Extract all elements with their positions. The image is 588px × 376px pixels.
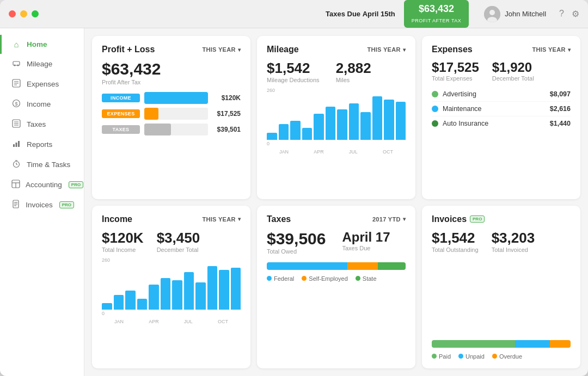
expenses-totals: $17,525 Total Expenses $1,920 December T… <box>432 60 571 82</box>
mileage-chart-labels: JAN APR JUL OCT <box>267 149 406 155</box>
chart-bar <box>114 295 124 310</box>
minimize-button[interactable] <box>20 10 27 17</box>
profit-after-tax-badge: $63,432 PROFIT AFTER TAX <box>404 0 469 28</box>
invoices-stacked-bar <box>432 340 571 348</box>
taxes-period[interactable]: 2017 YTD ▾ <box>372 216 406 223</box>
main-layout: ⌂ Home Mileage Expenses $ Income <box>0 28 588 376</box>
taxes-total-block: $39,506 Total Owed <box>267 230 326 255</box>
invoices-overdue-legend: Overdue <box>492 353 522 360</box>
expense-row-advertising: Advertising $8,097 <box>432 87 571 102</box>
home-icon: ⌂ <box>11 40 21 49</box>
mileage-card: Mileage THIS YEAR ▾ $1,542 Mileage Deduc… <box>257 36 415 199</box>
svg-point-5 <box>17 65 19 66</box>
mileage-chart-bottom: 0 <box>267 141 406 146</box>
sidebar-label-taxes: Taxes <box>27 120 46 128</box>
expenses-total-label: Total Expenses <box>432 75 479 82</box>
svg-rect-16 <box>13 144 15 147</box>
mileage-header: Mileage THIS YEAR ▾ <box>267 45 406 54</box>
income-chart-labels: JAN APR JUL OCT <box>102 319 241 324</box>
mileage-deduction-block: $1,542 Mileage Deductions <box>267 60 320 83</box>
taxes-due-block: April 17 Taxes Due <box>342 230 390 255</box>
income-dec-block: $3,450 December Total <box>157 230 200 253</box>
expense-row-maintenance: Maintenance $2,616 <box>432 102 571 116</box>
invoices-paid-segment <box>432 340 515 348</box>
unpaid-dot <box>458 354 463 359</box>
income-card: Income THIS YEAR ▾ $120K Total Income $3… <box>92 206 250 369</box>
chevron-down-icon: ▾ <box>238 216 241 222</box>
chart-bar <box>149 285 159 310</box>
invoices-header: Invoices PRO <box>432 214 571 224</box>
expenses-bar-row: EXPENSES $17,525 <box>102 108 241 120</box>
maximize-button[interactable] <box>32 10 39 17</box>
profit-loss-period[interactable]: THIS YEAR ▾ <box>203 46 241 53</box>
state-dot <box>356 276 360 281</box>
taxes-state-segment <box>378 262 406 270</box>
invoices-unpaid-segment <box>515 340 550 348</box>
income-period[interactable]: THIS YEAR ▾ <box>203 216 241 223</box>
expenses-title: Expenses <box>432 45 473 54</box>
sidebar-item-taxes[interactable]: Taxes <box>0 114 84 134</box>
expenses-icon <box>11 79 21 89</box>
invoices-legend: Paid Unpaid Overdue <box>432 353 571 360</box>
sidebar-label-mileage: Mileage <box>27 60 52 68</box>
close-button[interactable] <box>9 10 16 17</box>
svg-point-1 <box>489 10 495 15</box>
self-employed-dot <box>302 276 307 281</box>
sidebar-item-mileage[interactable]: Mileage <box>0 54 84 74</box>
expenses-period[interactable]: THIS YEAR ▾ <box>532 46 571 53</box>
sidebar-label-time-tasks: Time & Tasks <box>27 161 70 169</box>
maintenance-dot <box>432 106 438 112</box>
expenses-dec-block: $1,920 December Total <box>492 60 534 82</box>
taxes-icon <box>11 119 21 130</box>
taxes-due-label: Taxes Due <box>342 245 390 251</box>
chart-bar <box>219 270 229 309</box>
income-total-num: $120K <box>102 230 144 246</box>
chart-bar <box>349 103 359 140</box>
chevron-down-icon: ▾ <box>568 47 571 53</box>
invoices-spacer <box>432 261 571 341</box>
expenses-dec-label: December Total <box>492 75 534 82</box>
sidebar-item-accounting[interactable]: Accounting PRO <box>0 175 84 195</box>
sidebar-item-invoices[interactable]: Invoices PRO <box>0 195 84 215</box>
advertising-amount: $8,097 <box>550 90 571 98</box>
mileage-chart-top: 260 <box>267 88 406 93</box>
taxes-stacked-bar <box>267 262 406 270</box>
mileage-period[interactable]: THIS YEAR ▾ <box>367 46 406 53</box>
taxes-due-num: April 17 <box>342 230 390 245</box>
taxes-bar-value: $39,501 <box>212 126 241 133</box>
settings-icon[interactable]: ⚙ <box>572 9 579 19</box>
invoices-invoiced-block: $3,203 Total Invoiced <box>492 230 535 253</box>
svg-point-4 <box>14 65 16 66</box>
income-pill: INCOME <box>102 94 140 102</box>
svg-line-21 <box>16 164 17 165</box>
chart-bar <box>396 102 406 140</box>
federal-dot <box>267 276 272 281</box>
sidebar-item-home[interactable]: ⌂ Home <box>0 35 84 54</box>
svg-rect-18 <box>18 141 20 147</box>
auto-insurance-name: Auto Insurance <box>443 120 488 127</box>
sidebar-item-time-tasks[interactable]: Time & Tasks <box>0 155 84 175</box>
sidebar-item-income[interactable]: $ Income <box>0 94 84 114</box>
chart-bar <box>102 303 112 309</box>
income-bar-value: $120K <box>212 94 241 102</box>
profit-loss-header: Profit + Loss THIS YEAR ▾ <box>102 45 241 54</box>
sidebar-item-reports[interactable]: Reports <box>0 134 84 155</box>
svg-rect-3 <box>13 61 20 65</box>
income-total-label: Total Income <box>102 246 144 253</box>
maintenance-amount: $2,616 <box>550 105 571 113</box>
paid-dot <box>432 354 437 359</box>
taxes-federal-segment <box>267 262 347 270</box>
chart-bar <box>384 100 394 140</box>
chart-bar <box>314 114 324 140</box>
income-dec-label: December Total <box>157 246 200 253</box>
svg-text:$: $ <box>15 101 18 107</box>
chart-bar <box>267 133 277 140</box>
chart-bar <box>137 299 148 309</box>
invoices-pro-badge: PRO <box>470 215 485 223</box>
help-icon[interactable]: ? <box>559 9 564 19</box>
sidebar-item-expenses[interactable]: Expenses <box>0 74 84 94</box>
accounting-pro-badge: PRO <box>69 181 83 188</box>
mileage-nums: $1,542 Mileage Deductions 2,882 Miles <box>267 60 406 83</box>
chart-bar <box>337 109 347 140</box>
invoices-unpaid-legend: Unpaid <box>458 353 485 360</box>
